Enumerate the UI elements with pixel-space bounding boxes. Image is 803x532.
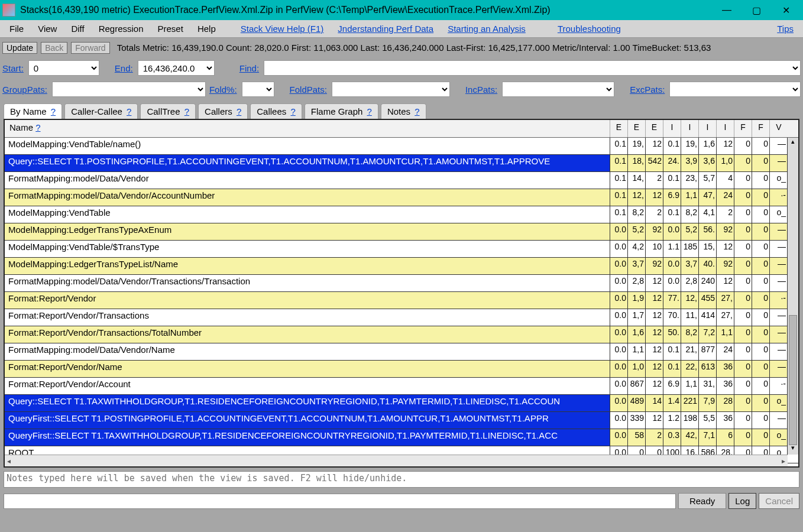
minimize-button[interactable]: — <box>712 5 742 15</box>
menu-view[interactable]: View <box>32 22 63 35</box>
back-button[interactable]: Back <box>41 42 67 54</box>
tab-flame-graph[interactable]: Flame Graph ? <box>305 103 378 119</box>
table-row[interactable]: QueryFirst::SELECT T1.POSTINGPROFILE,T1.… <box>5 412 798 429</box>
command-input[interactable] <box>4 494 676 509</box>
table-row[interactable]: QueryFirst::SELECT T1.TAXWITHHOLDGROUP,T… <box>5 429 798 446</box>
table-row[interactable]: ModelMapping:VendTable0.18,220.18,24,120… <box>5 206 798 223</box>
cell-value: 12 <box>646 412 663 429</box>
end-label[interactable]: End: <box>115 63 134 73</box>
cell-value: 3,7 <box>628 258 646 274</box>
menu-regression[interactable]: Regression <box>93 22 150 35</box>
table-row[interactable]: Query::SELECT T1.POSTINGPROFILE,T1.ACCOU… <box>5 155 798 172</box>
cell-value: 7,1 <box>699 429 717 446</box>
excpats-label[interactable]: ExcPats: <box>630 85 666 95</box>
scroll-left-icon[interactable]: ◂ <box>7 457 11 465</box>
table-row[interactable]: Format:Report/Vendor/Transactions0.01,71… <box>5 309 798 326</box>
cell-value: 12, <box>628 189 646 206</box>
col-f2[interactable]: F <box>752 120 770 137</box>
table-row[interactable]: ModelMapping:VendTable/$TransType0.04,21… <box>5 241 798 258</box>
notes-input[interactable] <box>4 471 799 488</box>
cell-value: 0.0 <box>610 275 628 291</box>
scroll-right-icon[interactable]: ▸ <box>782 457 785 465</box>
cell-value: 0.0 <box>610 223 628 240</box>
cell-value: 0 <box>734 258 752 274</box>
cell-value: 21, <box>681 343 699 360</box>
grouppats-input[interactable] <box>52 82 206 97</box>
table-row[interactable]: ModelMapping:LedgerTransTypeAxEnum0.05,2… <box>5 223 798 241</box>
link-understanding-perf-data[interactable]: Jnderstanding Perf Data <box>332 22 439 35</box>
tab-by-name[interactable]: By Name ? <box>4 103 62 119</box>
excpats-input[interactable] <box>669 82 801 97</box>
table-row[interactable]: FormatMapping:model/Data/Vendor0.114,20.… <box>5 172 798 189</box>
col-e1[interactable]: E <box>610 120 628 137</box>
link-starting-analysis[interactable]: Starting an Analysis <box>442 22 532 35</box>
table-row[interactable]: ModelMapping:VendTable/name()0.119,120.1… <box>5 138 798 155</box>
maximize-button[interactable]: ▢ <box>742 5 771 16</box>
foldpats-label[interactable]: FoldPats: <box>290 85 328 95</box>
col-e3[interactable]: E <box>646 120 663 137</box>
cell-value: o_ <box>770 206 788 223</box>
cancel-button[interactable]: Cancel <box>759 493 799 509</box>
table-row[interactable]: FormatMapping:model/Data/Vendor/AccountN… <box>5 189 798 206</box>
table-row[interactable]: Format:Report/Vendor0.01,91277.12,45527,… <box>5 292 798 309</box>
link-troubleshooting[interactable]: Troubleshooting <box>552 22 627 35</box>
cell-value: 40. <box>699 258 717 274</box>
log-button[interactable]: Log <box>728 493 756 509</box>
cell-value: 0 <box>734 412 752 429</box>
tab-caller-callee[interactable]: Caller-Callee ? <box>64 103 138 119</box>
table-row[interactable]: Format:Report/Vendor/Account0.0867126.91… <box>5 378 798 395</box>
table-row[interactable]: Query::SELECT T1.TAXWITHHOLDGROUP,T1.RES… <box>5 395 798 412</box>
table-row[interactable]: FormatMapping:model/Data/Vendor/Name0.01… <box>5 343 798 361</box>
col-i3[interactable]: I <box>699 120 717 137</box>
foldpats-input[interactable] <box>332 82 450 97</box>
incpats-input[interactable] <box>502 82 614 97</box>
link-stack-view-help[interactable]: Stack View Help (F1) <box>235 22 330 35</box>
horizontal-scrollbar[interactable]: ◂ ▸ <box>5 455 788 466</box>
scroll-up-icon[interactable]: ▴ <box>788 138 798 148</box>
update-button[interactable]: Update <box>2 42 37 54</box>
start-input[interactable]: 0 <box>28 60 99 76</box>
table-row[interactable]: ModelMapping:LedgerTransTypeList/Name0.0… <box>5 258 798 275</box>
scroll-thumb[interactable] <box>789 315 797 445</box>
start-label[interactable]: Start: <box>2 63 25 73</box>
menu-help[interactable]: Help <box>192 22 222 35</box>
end-input[interactable]: 16,436,240.0 <box>138 60 215 76</box>
forward-button[interactable]: Forward <box>71 42 109 54</box>
cell-value: 3,6 <box>699 155 717 171</box>
col-f1[interactable]: F <box>734 120 752 137</box>
link-tips[interactable]: Tips <box>771 22 799 35</box>
cell-value: 24. <box>663 155 681 171</box>
col-e2[interactable]: E <box>628 120 646 137</box>
foldpct-input[interactable] <box>242 82 274 97</box>
tab-notes[interactable]: Notes ? <box>381 103 426 119</box>
incpats-label[interactable]: IncPats: <box>465 85 498 95</box>
cell-value: 12 <box>646 138 663 154</box>
col-i2[interactable]: I <box>681 120 699 137</box>
menu-preset[interactable]: Preset <box>152 22 189 35</box>
find-label[interactable]: Find: <box>239 63 260 73</box>
cell-value: 1,1 <box>681 378 699 394</box>
col-name[interactable]: Name ? <box>5 120 610 137</box>
menu-file[interactable]: File <box>4 22 30 35</box>
table-row[interactable]: Format:Report/Vendor/Name0.01,0120.122,6… <box>5 361 798 378</box>
close-button[interactable]: ✕ <box>771 5 801 16</box>
table-row[interactable]: Format:Report/Vendor/Transactions/TotalN… <box>5 326 798 343</box>
tab-calltree[interactable]: CallTree ? <box>140 103 196 119</box>
col-v[interactable]: V <box>770 120 788 137</box>
cell-value: 0 <box>752 292 770 309</box>
grouppats-label[interactable]: GroupPats: <box>2 85 48 95</box>
tab-callers[interactable]: Callers ? <box>198 103 248 119</box>
cell-value: 1,9 <box>628 292 646 309</box>
tab-callees[interactable]: Callees ? <box>250 103 302 119</box>
scroll-down-icon[interactable]: ▾ <box>788 444 798 455</box>
col-i4[interactable]: I <box>717 120 734 137</box>
vertical-scrollbar[interactable]: ▴ ▾ <box>788 138 798 455</box>
cell-name: ModelMapping:VendTable <box>5 206 610 223</box>
col-i1[interactable]: I <box>663 120 681 137</box>
foldpct-label[interactable]: Fold%: <box>209 85 238 95</box>
cell-value: 0 <box>734 206 752 223</box>
menu-diff[interactable]: Diff <box>65 22 90 35</box>
cell-value: 19, <box>628 138 646 154</box>
find-input[interactable] <box>264 60 801 76</box>
table-row[interactable]: FormatMapping:model/Data/Vendor/Transact… <box>5 275 798 292</box>
